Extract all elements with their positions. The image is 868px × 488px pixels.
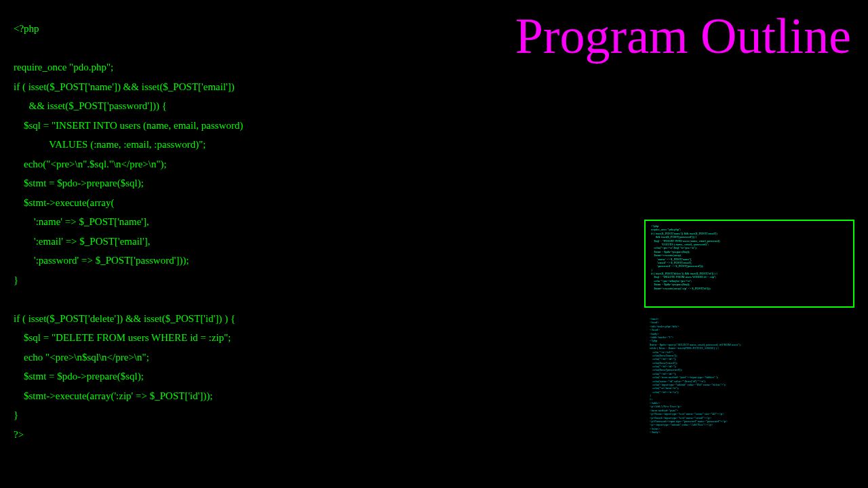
php-code-block: <?php require_once "pdo.php"; if ( isset…	[14, 19, 243, 444]
thumbnail-highlight-box: <?php require_once "pdo.php"; if ( isset…	[644, 220, 854, 308]
slide-title: Program Outline	[515, 10, 851, 63]
thumbnail-bottom-code: <html> <head> <title>index.php</title> <…	[644, 314, 854, 437]
thumbnail-top-code: <?php require_once "pdo.php"; if ( isset…	[651, 224, 848, 290]
